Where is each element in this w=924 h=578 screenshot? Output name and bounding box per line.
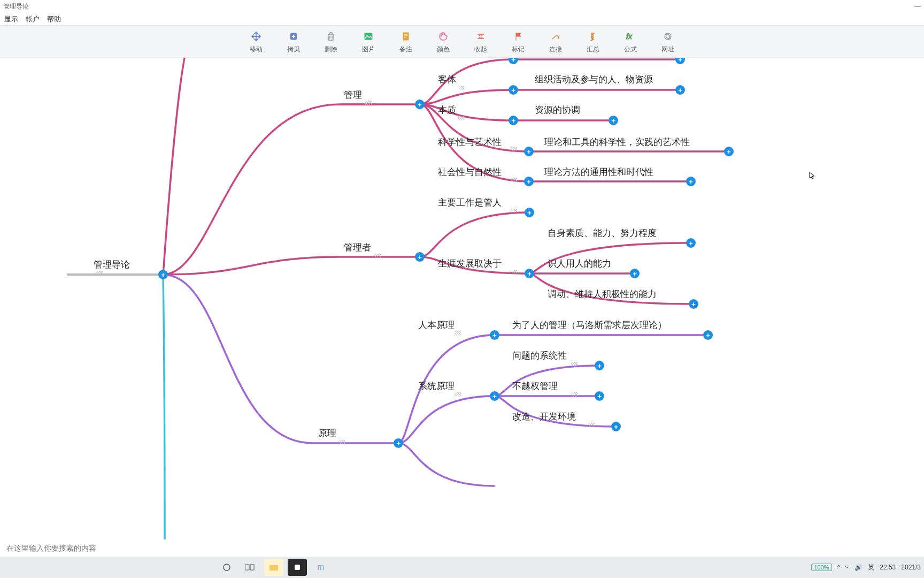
node-manager-main[interactable]: 主要工作是管人	[438, 196, 502, 209]
plus-icon[interactable]	[686, 177, 696, 186]
node-renben-leaf[interactable]: 为了人的管理（马洛斯需求层次理论）	[512, 319, 667, 331]
node-sys-3[interactable]: 改造、开发环境	[512, 410, 576, 423]
palette-icon	[436, 29, 450, 43]
svg-rect-23	[250, 565, 254, 570]
toolbar-move-button[interactable]: 移动	[237, 27, 275, 57]
plus-icon[interactable]	[158, 270, 168, 279]
toolbar-url-button[interactable]: 网址	[649, 27, 687, 57]
ime-indicator[interactable]: 英	[868, 563, 874, 572]
volume-icon[interactable]: 🔊	[854, 564, 863, 571]
menu-bar: 显示 帐户 帮助	[0, 13, 924, 26]
plus-icon[interactable]	[689, 299, 698, 309]
node-sci-leaf[interactable]: 理论和工具的科学性，实践的艺术性	[544, 136, 690, 148]
toolbar-fx-button[interactable]: fx公式	[612, 27, 649, 57]
menu-display[interactable]: 显示	[4, 14, 18, 24]
node-benzhi[interactable]: 本质	[438, 104, 456, 116]
plus-icon[interactable]	[509, 85, 518, 95]
plus-icon[interactable]	[630, 269, 640, 278]
node-career-3[interactable]: 调动、维持人积极性的能力	[548, 288, 657, 300]
tray-date: 2021/3	[901, 564, 921, 571]
note-icon	[399, 29, 413, 43]
handle-icon	[511, 178, 517, 182]
node-soc-leaf[interactable]: 理论方法的通用性和时代性	[544, 166, 653, 178]
node-sys-2[interactable]: 不越权管理	[512, 380, 558, 392]
edge-layer	[0, 58, 924, 557]
collapse-icon	[474, 29, 488, 43]
plus-icon[interactable]	[675, 85, 685, 95]
svg-rect-25	[295, 565, 300, 570]
plus-icon[interactable]	[703, 330, 713, 340]
svg-point-6	[444, 33, 445, 34]
plus-icon[interactable]	[611, 422, 621, 431]
node-mgmt[interactable]: 管理	[344, 89, 362, 101]
plus-icon[interactable]	[415, 100, 425, 109]
handle-icon	[511, 270, 517, 274]
plus-icon[interactable]	[490, 330, 499, 340]
taskview-icon[interactable]	[241, 559, 260, 576]
node-sys-1[interactable]: 问题的系统性	[512, 349, 567, 362]
node-career[interactable]: 生涯发展取决于	[438, 257, 502, 270]
node-sci[interactable]: 科学性与艺术性	[438, 136, 502, 148]
toolbar-flag-button[interactable]: 标记	[499, 27, 537, 57]
wifi-icon[interactable]: ⌔	[845, 564, 849, 571]
node-keti-leaf[interactable]: 组织活动及参与的人、物资源	[535, 73, 653, 86]
svg-rect-1	[365, 33, 372, 40]
plus-icon[interactable]	[490, 391, 499, 401]
chevron-up-icon[interactable]: ^	[837, 564, 841, 571]
app-icon[interactable]	[288, 559, 307, 576]
plus-icon[interactable]	[609, 116, 618, 125]
toolbar-link-button[interactable]: 连接	[537, 27, 574, 57]
plus-icon[interactable]	[686, 238, 696, 248]
handle-icon	[458, 86, 464, 90]
minimize-icon[interactable]: —	[914, 3, 921, 10]
mindmap-canvas[interactable]: 管理导论 管理 客体 组织活动及参与的人、物资源 本质 资源的协调 科学性与艺术…	[0, 58, 924, 557]
plus-icon[interactable]	[724, 147, 734, 156]
plus-icon[interactable]	[595, 391, 604, 401]
node-principle[interactable]: 原理	[318, 427, 336, 439]
move-icon	[249, 29, 263, 43]
handle-icon	[365, 101, 372, 105]
toolbar-note-button[interactable]: 备注	[387, 27, 425, 57]
plus-icon[interactable]	[394, 438, 403, 448]
search-bar[interactable]	[3, 541, 206, 556]
node-renben[interactable]: 人本原理	[418, 319, 455, 331]
handle-icon	[511, 147, 517, 151]
node-manager[interactable]: 管理者	[344, 241, 371, 254]
plus-icon[interactable]	[525, 269, 534, 278]
plus-icon[interactable]	[525, 208, 534, 217]
zoom-indicator[interactable]: 100%	[811, 564, 831, 571]
handle-icon	[455, 331, 461, 336]
toolbar-trash-button[interactable]: 删除	[312, 27, 350, 57]
menu-help[interactable]: 帮助	[47, 14, 61, 24]
search-input[interactable]	[3, 541, 206, 556]
flag-icon	[511, 29, 525, 43]
copy-icon	[287, 29, 301, 43]
start-icon[interactable]	[217, 559, 236, 576]
toolbar-copy-button[interactable]: 拷贝	[275, 27, 312, 57]
node-career-2[interactable]: 识人用人的能力	[548, 257, 611, 270]
mindmap-app-icon[interactable]: m	[311, 559, 330, 576]
node-career-1[interactable]: 自身素质、能力、努力程度	[548, 227, 657, 239]
toolbar-collapse-button[interactable]: 收起	[462, 27, 499, 57]
node-soc[interactable]: 社会性与自然性	[438, 166, 502, 178]
plus-icon[interactable]	[415, 252, 425, 262]
plus-icon[interactable]	[509, 116, 518, 125]
toolbar-sum-button[interactable]: }汇总	[574, 27, 612, 57]
node-keti[interactable]: 客体	[438, 73, 456, 86]
svg-text:}: }	[590, 33, 594, 41]
handle-icon	[571, 392, 578, 397]
plus-icon[interactable]	[524, 177, 534, 186]
node-sys[interactable]: 系统原理	[418, 380, 455, 392]
node-benzhi-leaf[interactable]: 资源的协调	[535, 104, 580, 116]
plus-icon[interactable]	[524, 147, 534, 156]
plus-icon[interactable]	[595, 361, 604, 370]
node-root[interactable]: 管理导论	[94, 258, 130, 271]
handle-icon	[571, 362, 578, 366]
trash-icon	[324, 29, 338, 43]
svg-point-21	[224, 564, 230, 571]
toolbar-palette-button[interactable]: 颜色	[425, 27, 462, 57]
explorer-icon[interactable]	[264, 559, 283, 576]
title-bar: 管理导论 —	[0, 0, 924, 13]
toolbar-image-button[interactable]: 图片	[350, 27, 387, 57]
menu-account[interactable]: 帐户	[26, 14, 40, 24]
